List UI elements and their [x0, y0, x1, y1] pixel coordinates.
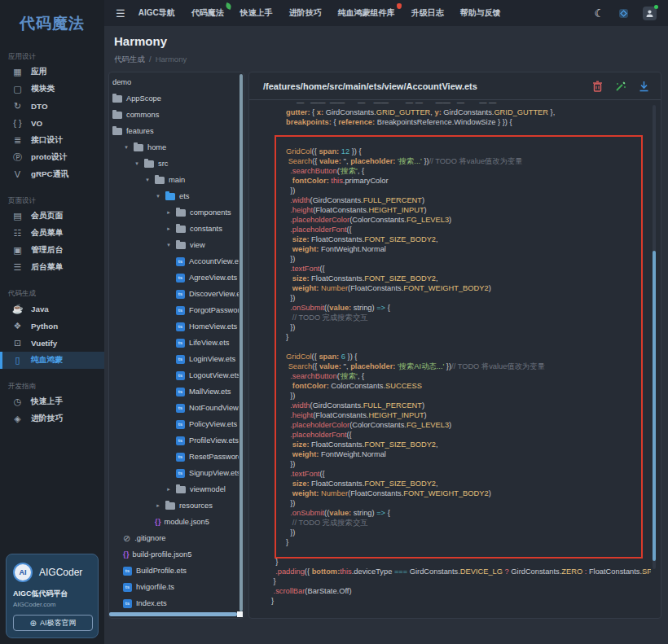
code-actions: [592, 81, 649, 92]
dark-mode-toggle-icon[interactable]: ☾: [594, 7, 604, 20]
code-scrollbar-thumb[interactable]: [653, 251, 656, 561]
tree-item[interactable]: tsMallView.ets: [109, 383, 239, 400]
tree-item[interactable]: tsLifeView.ets: [109, 335, 239, 351]
sidebar-item[interactable]: ◷快速上手: [0, 393, 104, 410]
sidebar-item[interactable]: ⊡Vuetify: [0, 335, 104, 352]
code-line: // TODO 完成搜索交互: [271, 313, 651, 322]
sidebar-item[interactable]: VgRPC通讯: [0, 166, 104, 183]
tree-item[interactable]: tsAgreeView.ets: [109, 269, 239, 286]
tree-item[interactable]: ▾view: [109, 237, 239, 253]
grid-icon: ▦: [11, 68, 24, 77]
tree-item-label: PolicyView.ets: [189, 420, 237, 428]
nav-item[interactable]: 纯血鸿蒙组件库: [338, 7, 395, 19]
tree-item[interactable]: ▸components: [109, 204, 239, 221]
tree-item[interactable]: tsPolicyView.ets: [109, 416, 239, 432]
navbar-right: ☾: [594, 7, 657, 20]
tree-item[interactable]: ▸resources: [109, 497, 239, 514]
tree-item[interactable]: ▾main: [109, 172, 239, 188]
sidebar-item[interactable]: ↻DTO: [0, 98, 104, 115]
code-line: Search({ value: '', placeholder: '搜索AI动态…: [271, 361, 651, 371]
tree-scrollbar-handle[interactable]: [237, 611, 243, 617]
sidebar-item[interactable]: ☰后台菜单: [0, 259, 104, 276]
tree-item[interactable]: tsProfileView.ets: [109, 432, 239, 449]
sidebar-item[interactable]: ▯纯血鸿蒙: [0, 352, 104, 369]
nav-item[interactable]: 升级日志: [411, 7, 444, 19]
nav-item[interactable]: 帮助与反馈: [460, 7, 501, 19]
navbar-items: AIGC导航代码魔法快速上手进阶技巧纯血鸿蒙组件库升级日志帮助与反馈: [138, 7, 501, 19]
tree-item-label: AgreeView.ets: [189, 274, 237, 282]
tree-horizontal-scrollbar[interactable]: [109, 612, 237, 616]
tree-item[interactable]: ⊘.gitignore: [109, 530, 239, 546]
tree-vertical-scrollbar[interactable]: [240, 74, 243, 611]
tree-item[interactable]: demo: [109, 74, 239, 90]
code-line: size: FloatConstants.FONT_SIZE_BODY2,: [271, 274, 651, 283]
sidebar-item[interactable]: ▤会员页面: [0, 208, 104, 225]
nav-item[interactable]: 快速上手: [240, 7, 273, 19]
tree-item[interactable]: tsBuildProfile.ets: [109, 563, 239, 579]
nav-item[interactable]: 进阶技巧: [289, 7, 322, 19]
breadcrumb-current: Harmony: [156, 55, 187, 64]
download-icon[interactable]: [639, 81, 649, 92]
sidebar-item[interactable]: ▣管理后台: [0, 242, 104, 259]
tree-item[interactable]: commons: [109, 107, 239, 123]
sidebar-item[interactable]: ≣接口设计: [0, 132, 104, 149]
tree-item[interactable]: tsLogoutView.ets: [109, 367, 239, 383]
code-line: }: [271, 557, 651, 567]
tree-item[interactable]: ▾src: [109, 156, 239, 172]
tree-item[interactable]: tsHomeView.ets: [109, 318, 239, 335]
sidebar-item[interactable]: ◈进阶技巧: [0, 410, 104, 427]
tree-item[interactable]: tsLoginView.ets: [109, 351, 239, 367]
tree-item[interactable]: tsSignupView.ets: [109, 465, 239, 481]
tree-item[interactable]: tsResetPasswordView.ets: [109, 449, 239, 465]
top-navbar: ☰ AIGC导航代码魔法快速上手进阶技巧纯血鸿蒙组件库升级日志帮助与反馈 ☾: [104, 0, 668, 26]
gem-icon[interactable]: [617, 7, 630, 20]
java-icon: ☕: [11, 304, 24, 313]
sidebar-item[interactable]: ❖Python: [0, 318, 104, 335]
tree-item[interactable]: ▸viewmodel: [109, 481, 239, 497]
tree-item[interactable]: tsForgotPasswordView.ets: [109, 302, 239, 318]
breadcrumb-root[interactable]: 代码生成: [114, 55, 145, 64]
sidebar-section-title: 开发指南: [8, 380, 104, 392]
nav-item[interactable]: AIGC导航: [138, 7, 175, 19]
code-line: .placeholderFont({: [271, 430, 651, 440]
tree-item[interactable]: tsIndex.ets: [109, 595, 239, 610]
tree-item[interactable]: { }module.json5: [109, 514, 239, 530]
tree-item[interactable]: ▾home: [109, 139, 239, 156]
sidebar-item-label: 后台菜单: [31, 262, 63, 273]
tree-item[interactable]: features: [109, 123, 239, 139]
sidebar-item[interactable]: ☷会员菜单: [0, 225, 104, 242]
tree-item[interactable]: ▾ets: [109, 188, 239, 204]
tree-item[interactable]: tshvigorfile.ts: [109, 579, 239, 595]
tree-item[interactable]: tsDiscoverView.ets: [109, 286, 239, 302]
tree-item[interactable]: tsAccountView.ets: [109, 253, 239, 269]
folder-icon: [112, 95, 122, 103]
tree-item-label: build-profile.json5: [133, 550, 192, 559]
sidebar-item[interactable]: ☕Java: [0, 300, 104, 318]
tree-item-label: components: [190, 208, 231, 217]
nav-item[interactable]: 代码魔法: [191, 7, 224, 19]
sidebar-item[interactable]: Ⓟproto设计: [0, 149, 104, 166]
official-site-button[interactable]: ⊕ AI极客官网: [13, 615, 93, 631]
tree-item[interactable]: ▸constants: [109, 221, 239, 237]
tree-item[interactable]: { }build-profile.json5: [109, 546, 239, 563]
sidebar-item-label: Java: [31, 304, 49, 313]
sidebar-item[interactable]: ▢模块类: [0, 81, 104, 98]
chevron-right-icon: ▸: [165, 486, 172, 493]
sidebar-item[interactable]: { }VO: [0, 115, 104, 132]
tree-item[interactable]: tsNotFoundView.ets: [109, 400, 239, 416]
sidebar-item-label: 进阶技巧: [31, 414, 63, 424]
tree-item-label: hvigorfile.ts: [136, 583, 174, 591]
user-avatar[interactable]: [643, 7, 657, 20]
admin-console-icon: ▣: [11, 246, 24, 255]
sidebar-item[interactable]: ▦应用: [0, 64, 104, 81]
delete-icon[interactable]: [592, 81, 603, 92]
file-path: /features/home/src/main/ets/view/Account…: [263, 81, 477, 91]
tree-item-label: AccountView.ets: [189, 257, 239, 265]
ets-file-icon: ts: [176, 257, 185, 266]
magic-wand-icon[interactable]: [615, 81, 626, 92]
ets-file-icon: ts: [176, 436, 185, 445]
hamburger-menu-icon[interactable]: ☰: [116, 7, 125, 20]
code-line: .height(FloatConstants.HEIGHT_INPUT): [271, 205, 651, 215]
tree-item[interactable]: AppScope: [109, 90, 239, 107]
grpc-icon: V: [11, 170, 24, 179]
